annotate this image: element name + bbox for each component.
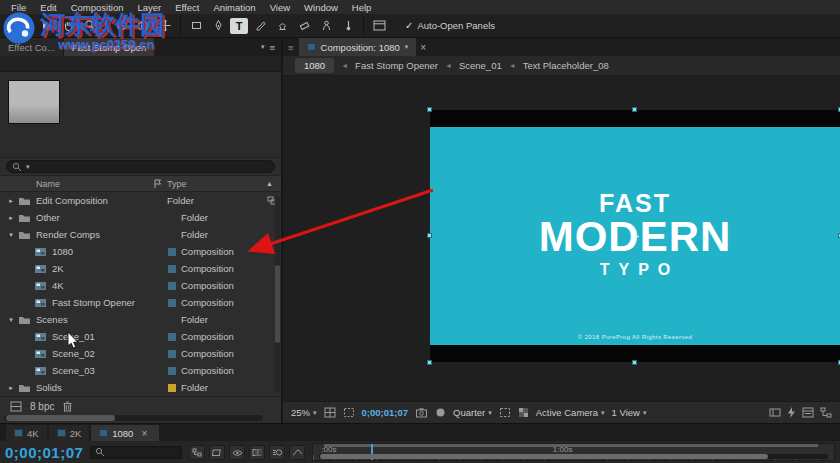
- show-channel-icon[interactable]: [435, 407, 446, 418]
- selection-tool[interactable]: [36, 17, 56, 35]
- collapse-icon[interactable]: ▸: [5, 384, 17, 392]
- mask-visibility-icon[interactable]: [343, 407, 355, 418]
- breadcrumb-separator-icon: ◄: [509, 62, 516, 69]
- view-layout-dropdown[interactable]: 1 View▾: [612, 407, 647, 418]
- selection-handle[interactable]: [427, 107, 432, 112]
- interpret-footage-icon[interactable]: [10, 401, 22, 412]
- camera-tool[interactable]: [133, 17, 153, 35]
- table-row[interactable]: ▸ Other Folder: [0, 209, 281, 226]
- auto-open-panels-toggle[interactable]: ✓ Auto-Open Panels: [405, 20, 495, 31]
- close-icon[interactable]: ×: [137, 428, 151, 439]
- breadcrumb-item[interactable]: Fast Stomp Opener: [355, 60, 438, 71]
- pen-tool[interactable]: [208, 17, 228, 35]
- hide-shy-icon[interactable]: [229, 445, 245, 460]
- menu-composition[interactable]: Composition: [64, 2, 131, 13]
- chevron-down-icon[interactable]: ▾: [261, 43, 265, 51]
- motion-blur-icon[interactable]: [269, 445, 285, 460]
- close-icon[interactable]: ×: [416, 38, 430, 56]
- brush-tool[interactable]: [250, 17, 270, 35]
- menu-animation[interactable]: Animation: [206, 2, 262, 13]
- roto-brush-tool[interactable]: [316, 17, 336, 35]
- project-search-input[interactable]: ▾: [6, 160, 275, 173]
- tab-effect-controls[interactable]: Effect Co...: [0, 38, 64, 56]
- timeline-tab-2k[interactable]: 2K: [49, 425, 90, 441]
- vertical-scrollbar[interactable]: [275, 196, 280, 392]
- table-row[interactable]: 2K Composition: [0, 260, 281, 277]
- table-row[interactable]: ▾ Scenes Folder: [0, 311, 281, 328]
- breadcrumb-item[interactable]: Text Placeholder_08: [523, 60, 609, 71]
- rotate-tool[interactable]: [111, 17, 131, 35]
- menu-edit[interactable]: Edit: [33, 2, 63, 13]
- hand-tool[interactable]: [58, 17, 78, 35]
- tab-project[interactable]: Fast Stomp Open: [64, 38, 155, 56]
- pan-behind-tool[interactable]: [155, 17, 175, 35]
- breadcrumb-item[interactable]: 1080: [295, 58, 334, 73]
- timeline-search-input[interactable]: [90, 446, 182, 459]
- table-row[interactable]: ▸ Solids Folder: [0, 379, 281, 396]
- type-tool[interactable]: T: [230, 18, 248, 34]
- zoom-tool[interactable]: [80, 17, 100, 35]
- magnification-dropdown[interactable]: 25%▾: [291, 407, 317, 418]
- timeline-icon[interactable]: [802, 407, 814, 418]
- current-time-button[interactable]: 0;00;01;07: [362, 407, 408, 418]
- menu-view[interactable]: View: [263, 2, 297, 13]
- table-row[interactable]: Scene_03 Composition: [0, 362, 281, 379]
- table-row[interactable]: 4K Composition: [0, 277, 281, 294]
- breadcrumb-item[interactable]: Scene_01: [459, 60, 502, 71]
- clone-stamp-tool[interactable]: [272, 17, 292, 35]
- table-row[interactable]: Fast Stomp Opener Composition: [0, 294, 281, 311]
- timeline-tab-4k[interactable]: 4K: [6, 425, 47, 441]
- timeline-ruler[interactable]: :00s 1:00s: [312, 443, 835, 461]
- selection-handle[interactable]: [632, 107, 637, 112]
- resolution-dropdown[interactable]: Quarter▾: [453, 407, 492, 418]
- draft-3d-icon[interactable]: [209, 445, 225, 460]
- timeline-tab-1080[interactable]: 1080×: [91, 425, 159, 441]
- comp-mini-flowchart-icon[interactable]: [189, 445, 205, 460]
- table-row[interactable]: ▸ Edit Composition Folder: [0, 192, 281, 209]
- tab-composition-1080[interactable]: Composition: 1080 ▾: [299, 38, 417, 56]
- table-row[interactable]: Scene_01 Composition: [0, 328, 281, 345]
- graph-editor-icon[interactable]: [289, 445, 305, 460]
- panel-grip-icon[interactable]: ≡: [283, 38, 299, 56]
- 3d-view-dropdown[interactable]: Active Camera▾: [536, 407, 605, 418]
- snapshot-icon[interactable]: [415, 407, 428, 418]
- puppet-pin-tool[interactable]: [338, 17, 358, 35]
- flowchart-icon[interactable]: [820, 407, 832, 418]
- trash-icon[interactable]: [62, 400, 73, 412]
- selection-handle[interactable]: [427, 233, 432, 238]
- menu-layer[interactable]: Layer: [131, 2, 169, 13]
- current-time-display[interactable]: 0;00;01;07: [5, 444, 83, 461]
- grid-guides-icon[interactable]: [324, 407, 336, 418]
- selection-handle[interactable]: [632, 360, 637, 365]
- bit-depth-button[interactable]: 8 bpc: [30, 401, 54, 412]
- pixel-aspect-correction-icon[interactable]: [769, 407, 781, 418]
- menu-window[interactable]: Window: [297, 2, 345, 13]
- table-row[interactable]: Scene_02 Composition: [0, 345, 281, 362]
- table-row[interactable]: 1080 Composition: [0, 243, 281, 260]
- expand-icon[interactable]: ▾: [5, 231, 17, 239]
- fast-previews-icon[interactable]: [787, 407, 796, 418]
- composition-viewport[interactable]: FAST MODERN TYPO © 2018 PureProg All Rig…: [283, 76, 840, 401]
- table-row[interactable]: ▾ Render Comps Folder: [0, 226, 281, 243]
- menu-effect[interactable]: Effect: [168, 2, 206, 13]
- region-of-interest-icon[interactable]: [499, 407, 511, 418]
- timeline-scrollbar[interactable]: [319, 454, 828, 459]
- column-name[interactable]: Name: [0, 179, 153, 189]
- composition-frame[interactable]: FAST MODERN TYPO © 2018 PureProg All Rig…: [430, 110, 840, 362]
- menu-file[interactable]: File: [4, 2, 33, 13]
- selection-handle[interactable]: [427, 360, 432, 365]
- collapse-icon[interactable]: ▸: [5, 197, 17, 205]
- transparency-grid-icon[interactable]: [518, 407, 529, 418]
- panel-icon[interactable]: [369, 17, 389, 35]
- collapse-icon[interactable]: ▸: [5, 214, 17, 222]
- column-type[interactable]: Type: [153, 179, 266, 189]
- eraser-tool[interactable]: [294, 17, 314, 35]
- horizontal-scrollbar[interactable]: [4, 415, 263, 421]
- panel-menu-icon[interactable]: ≡: [269, 42, 275, 53]
- menu-help[interactable]: Help: [345, 2, 379, 13]
- toolbar-separator: [30, 18, 31, 34]
- shape-tool[interactable]: [186, 17, 206, 35]
- frame-blending-icon[interactable]: [249, 445, 265, 460]
- home-icon[interactable]: [5, 17, 25, 35]
- expand-icon[interactable]: ▾: [5, 316, 17, 324]
